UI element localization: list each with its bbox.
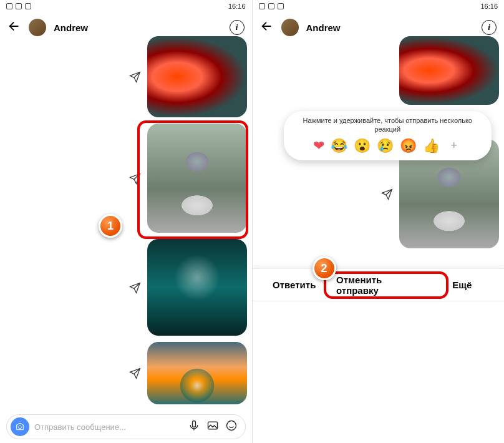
info-icon[interactable]: i	[230, 20, 245, 35]
status-icon	[268, 3, 274, 9]
status-icon	[278, 3, 284, 9]
back-arrow-icon[interactable]	[7, 19, 21, 36]
status-time: 16:16	[228, 2, 246, 10]
svg-rect-1	[192, 421, 195, 427]
chat-username[interactable]: Andrew	[306, 22, 475, 33]
sent-image-globe[interactable]	[147, 342, 247, 404]
status-icon	[259, 3, 265, 9]
message-row	[127, 239, 247, 336]
share-icon[interactable]	[127, 171, 142, 186]
composer-pill[interactable]: Отправить сообщение...	[6, 414, 246, 439]
message-row	[127, 36, 247, 117]
reaction-picker: Нажмите и удерживайте, чтобы отправить н…	[284, 111, 492, 160]
unsend-button[interactable]: Отменить отправку	[336, 269, 420, 301]
reaction-hint: Нажмите и удерживайте, чтобы отправить н…	[293, 116, 483, 134]
tutorial-step-badge: 2	[313, 256, 336, 280]
sent-image-autumn[interactable]	[147, 36, 247, 117]
tutorial-step-badge: 1	[99, 214, 122, 238]
status-icon	[25, 3, 31, 9]
info-icon[interactable]: i	[482, 20, 497, 35]
action-sheet: Ответить Отменить отправку Ещё 2	[253, 268, 505, 443]
reaction-add-icon[interactable]: +	[446, 138, 462, 154]
mic-icon[interactable]	[188, 419, 200, 434]
message-row	[399, 36, 499, 105]
reaction-thumbs-up[interactable]: 👍	[423, 138, 440, 154]
status-bar: 16:16	[0, 0, 252, 12]
reaction-angry[interactable]: 😡	[400, 138, 417, 154]
svg-rect-2	[208, 422, 217, 429]
more-button[interactable]: Ещё	[420, 269, 505, 301]
gallery-icon[interactable]	[206, 419, 219, 434]
share-icon[interactable]	[127, 366, 142, 381]
sticker-icon[interactable]	[225, 419, 238, 434]
svg-point-0	[19, 426, 22, 429]
share-icon[interactable]	[127, 69, 142, 84]
sent-image-forest[interactable]	[147, 239, 247, 336]
camera-icon[interactable]	[11, 417, 29, 436]
back-arrow-icon[interactable]	[260, 19, 274, 36]
reaction-wow[interactable]: 😮	[354, 138, 371, 154]
sent-image-kitten[interactable]	[147, 124, 247, 233]
status-bar: 16:16	[253, 0, 505, 12]
reaction-heart[interactable]: ❤	[313, 138, 324, 154]
message-row	[127, 124, 247, 233]
share-icon[interactable]	[379, 187, 394, 202]
svg-point-3	[226, 421, 236, 431]
right-screenshot: 16:16 Andrew i Нажмите и удерживайте	[253, 0, 505, 443]
avatar[interactable]	[281, 19, 299, 36]
message-input[interactable]: Отправить сообщение...	[34, 422, 183, 432]
message-list: 1	[0, 42, 252, 411]
reaction-sad[interactable]: 😢	[377, 138, 394, 154]
status-icon	[6, 3, 12, 9]
status-icon	[16, 3, 22, 9]
left-screenshot: 16:16 Andrew i	[0, 0, 253, 443]
chat-username[interactable]: Andrew	[54, 22, 222, 33]
message-row	[127, 342, 247, 404]
avatar[interactable]	[29, 19, 46, 36]
sent-image-autumn[interactable]	[399, 36, 499, 105]
status-time: 16:16	[480, 2, 498, 10]
reaction-laugh[interactable]: 😂	[331, 138, 347, 154]
share-icon[interactable]	[127, 280, 142, 295]
composer: Отправить сообщение...	[0, 411, 252, 443]
